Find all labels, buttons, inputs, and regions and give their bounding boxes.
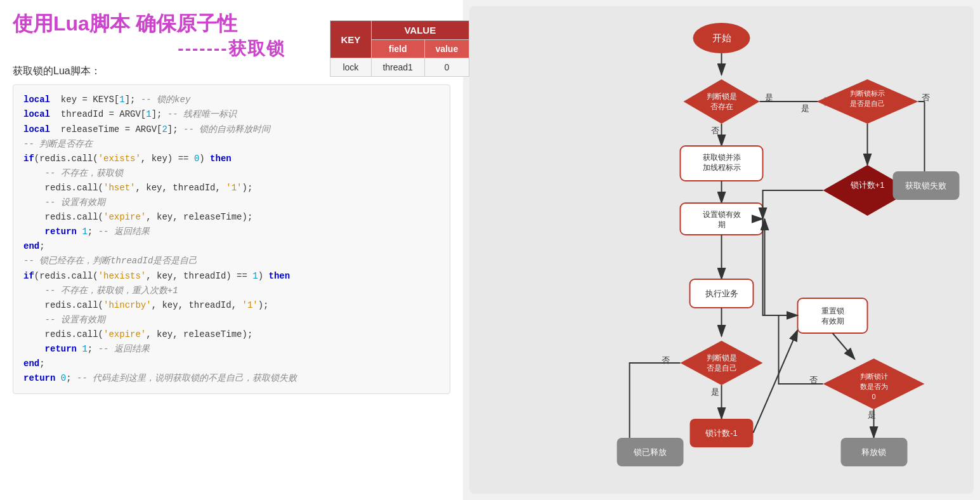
node-check-lock-label2: 否存在 xyxy=(710,102,733,111)
node-get-lock-label2: 加线程标示 xyxy=(703,163,741,172)
code-line-20: return 0; -- 代码走到这里，说明获取锁的不是自己，获取锁失败 xyxy=(23,371,440,386)
node-check-self1-label2: 是否是自己 xyxy=(850,100,885,107)
node-get-lock-fail-label: 获取锁失败 xyxy=(905,181,946,190)
yes-label-4: 是 xyxy=(868,410,876,419)
table-value-col-header: value xyxy=(424,40,469,58)
node-reset-expire-label1: 重置锁 xyxy=(821,306,844,315)
code-block: local key = KEYS[1]; -- 锁的key local thre… xyxy=(13,84,450,394)
right-panel: 开始 判断锁是 否存在 否 是 获取锁并添 加线程标示 设置锁有效 期 执行业务 xyxy=(469,6,974,494)
table-key-cell: lock xyxy=(330,58,372,77)
node-check-count-zero-label2: 数是否为 xyxy=(860,383,888,390)
node-check-count-zero-label1: 判断锁计 xyxy=(860,372,888,380)
node-check-self2-label2: 否是自己 xyxy=(707,364,737,372)
node-count-add-label: 锁计数+1 xyxy=(850,180,885,190)
node-released-label: 锁已释放 xyxy=(633,447,667,457)
yes-label-1: 是 xyxy=(765,93,773,102)
yes-label-3: 是 xyxy=(711,387,719,397)
kv-table: KEY VALUE field value lock thread1 0 xyxy=(330,20,469,77)
code-line-11: end; xyxy=(23,239,440,254)
table-field-header: field xyxy=(371,40,424,58)
svg-rect-8 xyxy=(681,203,763,235)
node-check-lock-label1: 判断锁是 xyxy=(707,92,737,101)
code-line-4: -- 判断是否存在 xyxy=(23,137,440,152)
code-line-19: end; xyxy=(23,357,440,371)
node-get-lock-label1: 获取锁并添 xyxy=(703,153,741,162)
code-line-2: local threadId = ARGV[1]; -- 线程唯一标识 xyxy=(23,107,440,122)
code-line-13: if(redis.call('hexists', key, threadId) … xyxy=(23,269,440,284)
flowchart-svg: 开始 判断锁是 否存在 否 是 获取锁并添 加线程标示 设置锁有效 期 执行业务 xyxy=(469,6,974,494)
code-line-15: redis.call('hincrby', key, threadId, '1'… xyxy=(23,298,440,313)
svg-rect-16 xyxy=(798,298,868,333)
no-label-1: 否 xyxy=(711,126,719,135)
node-count-minus-label: 锁计数-1 xyxy=(705,428,738,438)
code-line-8: -- 设置有效期 xyxy=(23,195,440,210)
table-value-header: VALUE xyxy=(371,21,469,40)
yes-label-2: 是 xyxy=(801,103,809,113)
code-line-3: local releaseTime = ARGV[2]; -- 锁的自动释放时间 xyxy=(23,122,440,137)
code-line-18: return 1; -- 返回结果 xyxy=(23,342,440,357)
no-label-3: 否 xyxy=(922,93,930,102)
code-line-6: -- 不存在，获取锁 xyxy=(23,166,440,181)
code-line-5: if(redis.call('exists', key) == 0) then xyxy=(23,152,440,166)
node-reset-expire-label2: 有效期 xyxy=(821,317,844,326)
code-line-10: return 1; -- 返回结果 xyxy=(23,225,440,239)
table-key-header: KEY xyxy=(330,21,372,58)
code-line-14: -- 不存在，获取锁，重入次数+1 xyxy=(23,284,440,298)
node-start-label: 开始 xyxy=(712,32,731,43)
node-execute-label: 执行业务 xyxy=(705,289,738,298)
node-release-lock-label: 释放锁 xyxy=(861,447,886,457)
no-label-4: 否 xyxy=(809,375,818,385)
code-line-12: -- 锁已经存在，判断threadId是否是自己 xyxy=(23,254,440,268)
code-line-7: redis.call('hset', key, threadId, '1'); xyxy=(23,181,440,195)
node-set-expire-label1: 设置锁有效 xyxy=(703,210,741,219)
left-panel: 使用Lua脚本 确保原子性 -------获取锁 获取锁的Lua脚本： KEY … xyxy=(0,0,463,500)
code-line-16: -- 设置有效期 xyxy=(23,313,440,327)
table-field-cell: thread1 xyxy=(371,58,424,77)
code-line-9: redis.call('expire', key, releaseTime); xyxy=(23,210,440,225)
table-value-cell: 0 xyxy=(424,58,469,77)
node-check-self1-label1: 判断锁标示 xyxy=(850,89,885,97)
node-set-expire-label2: 期 xyxy=(718,220,726,229)
code-line-1: local key = KEYS[1]; -- 锁的key xyxy=(23,93,440,107)
node-check-self2-label1: 判断锁是 xyxy=(707,353,737,362)
node-check-count-zero-label3: 0 xyxy=(872,393,875,400)
code-line-17: redis.call('expire', key, releaseTime); xyxy=(23,327,440,342)
